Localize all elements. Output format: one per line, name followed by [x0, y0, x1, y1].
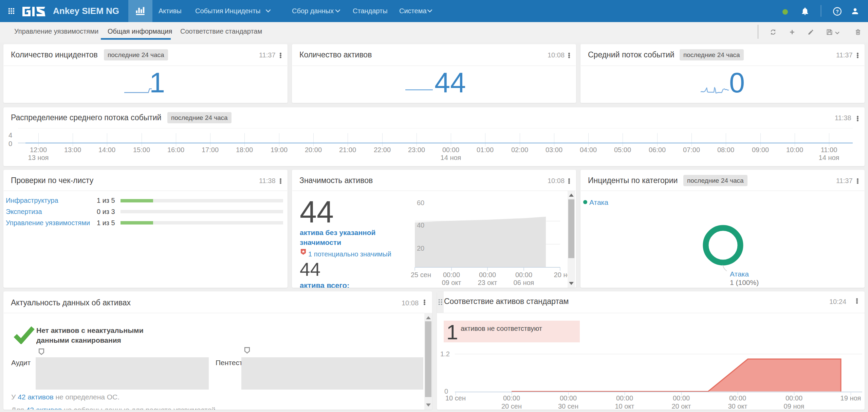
svg-text:40: 40 [417, 221, 424, 229]
svg-text:20: 20 [417, 245, 424, 252]
svg-text:60: 60 [417, 199, 424, 207]
svg-text:?: ? [836, 9, 839, 14]
